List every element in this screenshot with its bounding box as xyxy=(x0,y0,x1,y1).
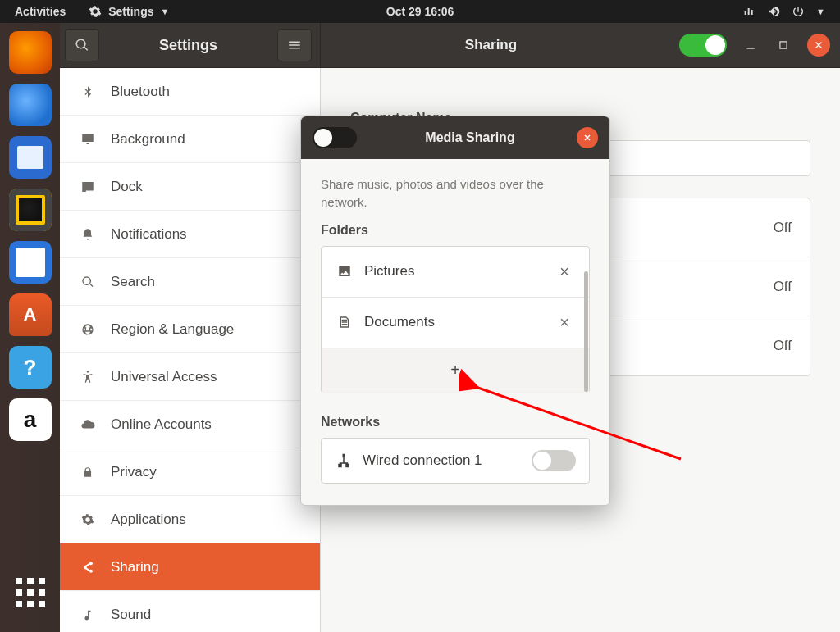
settings-title: Settings xyxy=(104,37,272,54)
minimize-icon xyxy=(745,39,756,51)
headerbar-left: Settings xyxy=(60,23,321,67)
folder-label: Documents xyxy=(364,314,555,330)
sidebar-item-region-language[interactable]: Region & Language xyxy=(60,306,320,353)
close-icon xyxy=(582,133,592,143)
app-menu-caret-icon: ▼ xyxy=(160,7,169,16)
sidebar-item-bluetooth[interactable]: Bluetooth xyxy=(60,68,320,116)
music-icon xyxy=(80,608,96,621)
sidebar-item-label: Privacy xyxy=(111,464,157,480)
sidebar-item-label: Dock xyxy=(111,179,143,195)
share-icon xyxy=(80,561,96,574)
dialog-body: Share music, photos and videos over the … xyxy=(301,159,609,505)
settings-sidebar: Bluetooth Background Dock Notifications … xyxy=(60,68,321,632)
search-icon xyxy=(80,275,96,289)
dialog-headerbar: Media Sharing xyxy=(301,116,609,159)
accessibility-icon xyxy=(80,371,96,384)
dock-amazon[interactable] xyxy=(9,398,52,441)
app-grid-icon xyxy=(16,578,45,607)
sidebar-item-background[interactable]: Background xyxy=(60,116,320,163)
sidebar-item-label: Notifications xyxy=(111,226,187,243)
documents-icon xyxy=(336,315,353,330)
wired-network-icon xyxy=(335,453,353,468)
sidebar-item-privacy[interactable]: Privacy xyxy=(60,448,320,496)
networks-heading: Networks xyxy=(321,415,590,430)
dock-icon xyxy=(80,180,96,194)
sidebar-item-label: Online Accounts xyxy=(111,416,212,433)
sidebar-item-label: Universal Access xyxy=(111,369,217,385)
sidebar-item-dock[interactable]: Dock xyxy=(60,163,320,211)
volume-icon[interactable] xyxy=(767,5,780,18)
sidebar-item-label: Background xyxy=(111,131,185,148)
dock-firefox[interactable] xyxy=(9,31,52,74)
hamburger-button[interactable] xyxy=(277,29,312,61)
sidebar-item-applications[interactable]: Applications xyxy=(60,496,320,543)
hamburger-icon xyxy=(287,38,302,52)
app-menu-label: Settings xyxy=(108,5,153,18)
globe-icon xyxy=(80,323,96,336)
dock-help[interactable] xyxy=(9,346,52,389)
sidebar-item-universal-access[interactable]: Universal Access xyxy=(60,353,320,401)
service-state: Off xyxy=(774,279,792,295)
remove-folder-button[interactable]: × xyxy=(555,313,574,332)
bell-icon xyxy=(80,228,96,241)
service-state: Off xyxy=(774,338,792,354)
dialog-close-button[interactable] xyxy=(577,127,598,148)
ubuntu-dock xyxy=(0,23,60,632)
dock-thunderbird[interactable] xyxy=(9,84,52,126)
system-tray: ▼ xyxy=(742,5,840,18)
close-button[interactable] xyxy=(807,34,830,57)
search-icon xyxy=(75,38,89,52)
tray-caret-icon[interactable]: ▼ xyxy=(816,7,825,16)
network-name: Wired connection 1 xyxy=(363,452,482,469)
folder-row-documents[interactable]: Documents × xyxy=(322,298,589,348)
dock-rhythmbox[interactable] xyxy=(9,189,52,231)
media-sharing-toggle[interactable] xyxy=(313,127,357,148)
bluetooth-icon xyxy=(80,85,96,98)
add-folder-button[interactable]: + xyxy=(322,348,589,393)
maximize-icon xyxy=(778,39,789,51)
folder-row-pictures[interactable]: Pictures × xyxy=(322,247,589,298)
headerbar-right: Sharing xyxy=(321,23,840,67)
search-button[interactable] xyxy=(65,29,99,61)
lock-icon xyxy=(80,466,96,479)
dock-libreoffice-writer[interactable] xyxy=(9,241,52,284)
pictures-icon xyxy=(336,264,353,279)
app-menu[interactable]: Settings ▼ xyxy=(80,5,177,18)
sidebar-item-label: Sharing xyxy=(111,559,159,575)
settings-app-icon xyxy=(89,5,102,18)
gnome-topbar: Activities Settings ▼ Oct 29 16:06 ▼ xyxy=(0,0,840,23)
sidebar-item-sound[interactable]: Sound xyxy=(60,591,320,632)
folders-heading: Folders xyxy=(321,223,590,238)
sidebar-item-notifications[interactable]: Notifications xyxy=(60,211,320,258)
remove-folder-button[interactable]: × xyxy=(555,262,574,281)
network-row: Wired connection 1 xyxy=(321,438,590,484)
sharing-master-toggle[interactable] xyxy=(679,34,727,57)
cloud-icon xyxy=(80,417,96,432)
close-icon xyxy=(813,39,824,51)
panel-title: Sharing xyxy=(321,37,661,53)
network-icon[interactable] xyxy=(742,5,756,18)
sidebar-item-label: Bluetooth xyxy=(111,84,170,100)
monitor-icon xyxy=(80,132,96,147)
sidebar-item-online-accounts[interactable]: Online Accounts xyxy=(60,401,320,448)
minimize-button[interactable] xyxy=(742,36,760,54)
power-icon[interactable] xyxy=(792,5,805,18)
clock[interactable]: Oct 29 16:06 xyxy=(386,5,454,18)
media-sharing-dialog: Media Sharing Share music, photos and vi… xyxy=(300,116,610,506)
gear-icon xyxy=(80,513,96,526)
folder-label: Pictures xyxy=(364,263,555,280)
service-state: Off xyxy=(774,220,792,236)
dialog-title: Media Sharing xyxy=(363,130,577,145)
sidebar-item-sharing[interactable]: Sharing xyxy=(60,543,320,591)
network-toggle[interactable] xyxy=(532,450,576,471)
dock-files[interactable] xyxy=(9,136,52,179)
dock-app-grid[interactable] xyxy=(9,571,52,614)
dock-ubuntu-software[interactable] xyxy=(9,293,52,336)
sidebar-item-label: Sound xyxy=(111,607,151,623)
activities-button[interactable]: Activities xyxy=(0,5,80,18)
sidebar-item-label: Search xyxy=(111,274,155,290)
dialog-description: Share music, photos and videos over the … xyxy=(321,175,590,211)
sidebar-item-search[interactable]: Search xyxy=(60,258,320,306)
sidebar-item-label: Region & Language xyxy=(111,321,234,338)
maximize-button[interactable] xyxy=(774,36,792,54)
